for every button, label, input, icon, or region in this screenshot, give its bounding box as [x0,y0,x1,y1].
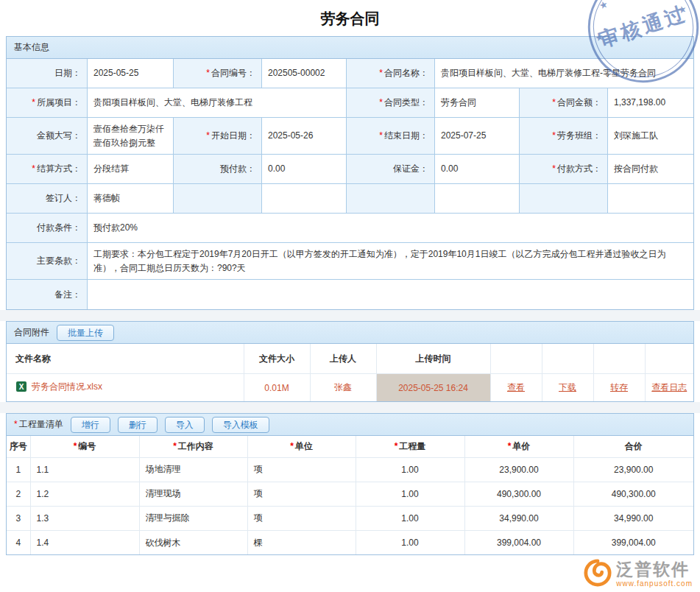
boq-unit-price[interactable]: 490,300.00 [464,482,573,506]
field-label-labor-team: *劳务班组： [520,118,608,155]
required-marker: * [32,162,35,176]
attachment-uploader: 张鑫 [310,373,376,401]
brand-site: www.fanpusoft.com [616,579,693,588]
view-log-link[interactable]: 查看日志 [651,382,687,392]
field-value-settlement-method: 分段结算 [88,155,174,184]
boq-row: 1 1.1 场地清理 项 1.00 23,900.00 23,900.00 [7,457,693,482]
field-value-empty-1 [262,184,347,214]
field-value-project: 贵阳项目样板间、大堂、电梯厅装修工程 [88,88,347,118]
required-marker: * [74,441,77,451]
field-value-end-date: 2025-07-25 [435,118,520,155]
download-link[interactable]: 下载 [559,382,576,392]
field-value-date: 2025-05-25 [88,59,174,88]
col-header-upload-time: 上传时间 [376,344,490,373]
attachments-section: 合同附件 批量上传 文件名称 文件大小 上传人 上传时间 X [6,321,694,402]
boq-seq: 4 [7,530,30,554]
page-title: 劳务合同 [321,10,380,27]
boq-content[interactable]: 清理现场 [139,482,247,506]
required-marker: * [379,96,383,110]
attachment-row: X 劳务合同情况.xlsx 0.01M 张鑫 2025-05-25 16:24 … [7,373,693,401]
add-row-button[interactable]: 增行 [71,417,110,433]
required-marker: * [552,129,556,143]
delete-row-button[interactable]: 删行 [118,417,158,433]
boq-quantity[interactable]: 1.00 [356,530,464,554]
col-header-code: *编号 [30,436,139,457]
field-label-payment-method: *付款方式： [520,155,608,184]
attachment-file-link[interactable]: 劳务合同情况.xlsx [32,381,102,393]
svg-text:X: X [19,383,24,391]
boq-quantity[interactable]: 1.00 [356,506,464,530]
col-header-file-name: 文件名称 [7,344,244,373]
field-value-signer: 蒋德帧 [88,184,174,214]
boq-unit-price[interactable]: 34,990.00 [464,506,573,530]
field-value-labor-team: 刘琛施工队 [608,118,693,155]
required-marker: * [206,66,210,80]
page-header: 劳务合同 [0,0,700,36]
boq-content[interactable]: 清理与掘除 [139,506,247,530]
field-value-payment-method: 按合同付款 [608,155,693,184]
col-header-action-1 [490,344,542,373]
field-value-advance-payment: 0.00 [262,155,347,184]
boq-section: *工程量清单 增行 删行 导入 导入模板 序号 *编号 *工作内容 *单位 *工… [6,413,694,555]
field-value-remark [88,280,693,309]
boq-code[interactable]: 1.4 [30,530,139,554]
view-link[interactable]: 查看 [507,382,525,392]
field-label-contract-no: *合同编号： [174,59,262,88]
batch-upload-button[interactable]: 批量上传 [57,325,114,341]
boq-total: 23,900.00 [573,457,693,482]
field-label-signer: 签订人： [7,184,88,214]
boq-row: 4 1.4 砍伐树木 棵 1.00 399,004.00 399,004.00 [7,530,693,554]
boq-unit[interactable]: 项 [247,482,356,506]
boq-unit[interactable]: 项 [247,506,356,530]
field-label-remark: 备注： [7,280,88,309]
boq-total: 399,004.00 [573,530,693,554]
attachment-action-cell: 查看日志 [645,373,693,401]
field-label-empty-3 [520,184,608,214]
required-marker: * [508,441,512,451]
required-marker: * [32,96,35,110]
boq-unit[interactable]: 棵 [247,530,356,554]
brand-name: 泛普软件 [616,558,690,581]
boq-content[interactable]: 砍伐树木 [139,530,247,554]
boq-unit-price[interactable]: 399,004.00 [464,530,573,554]
required-marker: * [379,129,383,143]
boq-code[interactable]: 1.1 [30,457,139,482]
field-label-end-date: *结束日期： [347,118,435,155]
field-label-date: 日期： [7,59,88,88]
excel-icon: X [15,381,27,392]
required-marker: * [14,419,18,429]
boq-code[interactable]: 1.2 [30,482,139,506]
boq-quantity[interactable]: 1.00 [356,482,464,506]
boq-row: 3 1.3 清理与掘除 项 1.00 34,990.00 34,990.00 [7,506,693,530]
field-label-project: *所属项目： [7,88,88,118]
col-header-file-size: 文件大小 [244,344,310,373]
boq-code[interactable]: 1.3 [30,506,139,530]
brand-swirl-icon [584,559,612,587]
import-template-button[interactable]: 导入模板 [212,417,269,433]
boq-content[interactable]: 场地清理 [139,457,247,482]
boq-quantity[interactable]: 1.00 [356,457,464,482]
boq-unit[interactable]: 项 [247,457,356,482]
attachments-table: 文件名称 文件大小 上传人 上传时间 X 劳务合同情况.xlsx 0.01M [7,344,693,401]
basic-info-section: 基本信息 日期： 2025-05-25 *合同编号： 202505-00002 … [6,36,694,310]
attachment-file-size: 0.01M [244,373,310,401]
attachment-file-name-cell: X 劳务合同情况.xlsx [7,373,244,401]
brand-watermark: 泛普软件 www.fanpusoft.com [584,558,693,588]
field-label-payment-terms: 付款条件： [7,214,88,243]
col-header-total: 合价 [573,436,693,457]
field-value-contract-no: 202505-00002 [262,59,347,88]
import-button[interactable]: 导入 [165,417,205,433]
boq-seq: 1 [7,457,30,482]
field-label-advance-payment: 预付款： [174,155,262,184]
required-marker: * [395,441,398,451]
col-header-unit: *单位 [247,436,356,457]
col-header-content: *工作内容 [139,436,247,457]
field-label-contract-type: *合同类型： [347,88,435,118]
col-header-seq: 序号 [7,436,30,457]
boq-unit-price[interactable]: 23,900.00 [464,457,573,482]
field-value-contract-name: 贵阳项目样板间、大堂、电梯厅装修工程-零星劳务合同 [435,59,693,88]
field-label-contract-amount: *合同金额： [520,88,608,118]
save-as-link[interactable]: 转存 [610,382,628,392]
boq-row: 2 1.2 清理现场 项 1.00 490,300.00 490,300.00 [7,482,693,506]
boq-header-row: 序号 *编号 *工作内容 *单位 *工程量 *单价 合价 [7,436,693,457]
